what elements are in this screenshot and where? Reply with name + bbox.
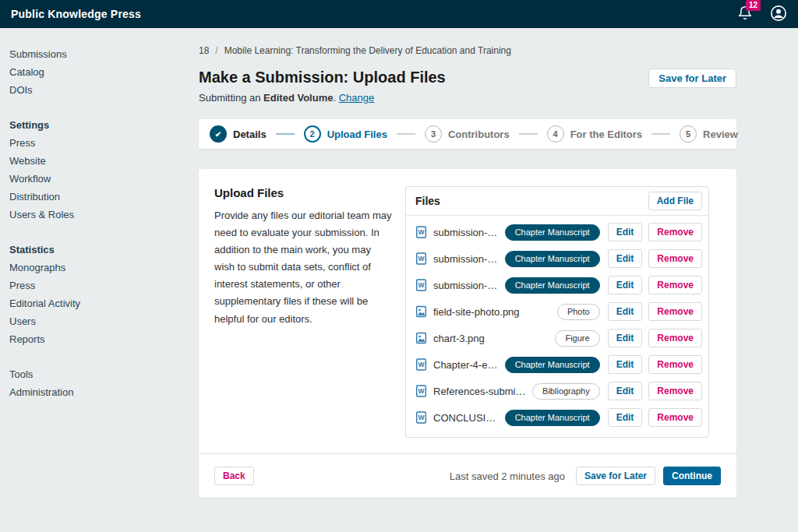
sidebar-item-submissions[interactable]: Submissions xyxy=(9,45,189,63)
word-document-icon: W xyxy=(415,411,427,424)
main-content: 18 / Mobile Learning: Transforming the D… xyxy=(199,28,736,498)
step-connector xyxy=(397,133,415,135)
remove-file-button[interactable]: Remove xyxy=(648,382,702,400)
upload-description-column: Upload Files Provide any files our edito… xyxy=(214,186,394,438)
step-connector xyxy=(519,133,538,135)
svg-text:W: W xyxy=(418,387,425,395)
sidebar-item-tools[interactable]: Tools xyxy=(9,365,189,383)
submission-type: Edited Volume xyxy=(263,92,333,104)
step-contributors[interactable]: 3Contributors xyxy=(425,125,510,143)
image-file-icon xyxy=(415,305,427,318)
app-title: Public Knowledge Press xyxy=(11,8,141,20)
edit-file-button[interactable]: Edit xyxy=(608,382,643,400)
step-label: For the Editors xyxy=(570,129,642,140)
remove-file-button[interactable]: Remove xyxy=(648,302,702,321)
genre-badge: Figure xyxy=(555,330,599,347)
remove-file-button[interactable]: Remove xyxy=(648,355,702,374)
page-title: Make a Submission: Upload Files xyxy=(199,69,648,86)
sidebar-item-press[interactable]: Press xyxy=(9,277,189,294)
sidebar-item-monographs[interactable]: Monographs xyxy=(9,259,189,277)
file-row: WReferences-submission-final.docxBibliog… xyxy=(412,378,702,404)
subtitle-suffix: . xyxy=(333,92,338,104)
sidebar-item-users[interactable]: Users xyxy=(9,312,189,330)
file-row: field-site-photo.pngPhotoEditRemove xyxy=(412,298,702,325)
step-label: Review xyxy=(703,129,738,140)
file-row: WChapter-4-edited-v4.docxChapter Manuscr… xyxy=(412,351,702,378)
remove-file-button[interactable]: Remove xyxy=(648,276,702,294)
step-number: 5 xyxy=(680,125,697,143)
svg-text:W: W xyxy=(418,228,425,236)
last-saved-status: Last saved 2 minutes ago xyxy=(450,470,565,482)
file-name: submission-chapter-1-final-version... xyxy=(433,280,499,291)
genre-badge: Photo xyxy=(557,304,600,320)
wizard-footer: Back Last saved 2 minutes ago Save for L… xyxy=(199,453,736,498)
svg-text:W: W xyxy=(418,361,425,368)
edit-file-button[interactable]: Edit xyxy=(608,302,643,321)
step-upload-files[interactable]: 2Upload Files xyxy=(304,125,387,143)
edit-file-button[interactable]: Edit xyxy=(608,408,643,427)
step-for-the-editors[interactable]: 4For the Editors xyxy=(547,125,642,143)
sidebar-item-editorial-activity[interactable]: Editorial Activity xyxy=(9,294,189,312)
genre-badge: Chapter Manuscript xyxy=(505,251,600,267)
step-label: Details xyxy=(233,129,267,140)
breadcrumb-submission-title: Mobile Learning: Transforming the Delive… xyxy=(224,45,511,56)
remove-file-button[interactable]: Remove xyxy=(648,329,702,347)
remove-file-button[interactable]: Remove xyxy=(648,249,702,268)
sidebar-item-users-roles[interactable]: Users & Roles xyxy=(9,206,189,224)
file-row: Wsubmission-chapter-2-v2.docxChapter Man… xyxy=(412,245,702,272)
sidebar-item-dois[interactable]: DOIs xyxy=(9,81,189,99)
sidebar-item-administration[interactable]: Administration xyxy=(9,383,189,401)
sidebar-item-reports[interactable]: Reports xyxy=(9,330,189,348)
word-document-icon: W xyxy=(415,252,427,265)
word-document-icon: W xyxy=(415,279,427,291)
stepper: ✔Details2Upload Files3Contributors4For t… xyxy=(199,119,736,149)
sidebar-item-website[interactable]: Website xyxy=(9,152,189,170)
save-for-later-button-top[interactable]: Save for Later xyxy=(648,69,736,88)
continue-button[interactable]: Continue xyxy=(663,467,721,485)
sidebar-item-distribution[interactable]: Distribution xyxy=(9,188,189,206)
step-label: Upload Files xyxy=(327,129,387,140)
files-panel-header: Files Add File xyxy=(406,187,708,216)
genre-badge: Chapter Manuscript xyxy=(505,224,600,241)
change-type-link[interactable]: Change xyxy=(339,92,375,104)
step-details[interactable]: ✔Details xyxy=(210,125,267,143)
image-file-icon xyxy=(415,332,427,344)
step-connector xyxy=(651,133,670,135)
save-for-later-button-bottom[interactable]: Save for Later xyxy=(576,467,655,485)
file-name: References-submission-final.docx xyxy=(433,386,526,397)
file-row: Wsubmission-chapter-3-FINAL .docxChapter… xyxy=(412,219,702,245)
svg-text:W: W xyxy=(418,281,425,289)
step-review[interactable]: 5Review xyxy=(680,125,738,143)
file-row: WCONCLUSION.docxChapter ManuscriptEditRe… xyxy=(412,404,702,431)
user-avatar-icon xyxy=(770,5,787,24)
genre-badge: Chapter Manuscript xyxy=(505,277,600,294)
page-header: Make a Submission: Upload Files Submitti… xyxy=(199,69,736,104)
top-bar: Public Knowledge Press 12 xyxy=(0,0,798,28)
step-number: 2 xyxy=(304,125,321,143)
remove-file-button[interactable]: Remove xyxy=(648,408,702,427)
files-panel: Files Add File Wsubmission-chapter-3-FIN… xyxy=(405,186,709,438)
sidebar-item-workflow[interactable]: Workflow xyxy=(9,170,189,188)
sidebar-item-catalog[interactable]: Catalog xyxy=(9,63,189,81)
genre-badge: Chapter Manuscript xyxy=(505,357,600,373)
genre-badge: Chapter Manuscript xyxy=(505,410,600,426)
edit-file-button[interactable]: Edit xyxy=(608,276,643,294)
back-button[interactable]: Back xyxy=(214,467,254,485)
user-menu-button[interactable] xyxy=(770,5,787,24)
edit-file-button[interactable]: Edit xyxy=(608,355,643,374)
edit-file-button[interactable]: Edit xyxy=(608,223,643,241)
svg-text:W: W xyxy=(418,414,425,421)
file-name: CONCLUSION.docx xyxy=(433,412,499,424)
file-row: Wsubmission-chapter-1-final-version...Ch… xyxy=(412,272,702,298)
add-file-button[interactable]: Add File xyxy=(648,192,702,210)
edit-file-button[interactable]: Edit xyxy=(608,329,643,347)
breadcrumb-submission-id[interactable]: 18 xyxy=(199,45,209,56)
remove-file-button[interactable]: Remove xyxy=(648,223,702,241)
sidebar-section-statistics: Statistics xyxy=(9,241,189,259)
edit-file-button[interactable]: Edit xyxy=(608,249,643,268)
notifications-button[interactable]: 12 xyxy=(737,5,753,23)
upload-files-description: Provide any files our editorial team may… xyxy=(214,207,394,328)
breadcrumb: 18 / Mobile Learning: Transforming the D… xyxy=(199,45,736,56)
step-label: Contributors xyxy=(448,129,510,140)
sidebar-item-press[interactable]: Press xyxy=(9,134,189,152)
